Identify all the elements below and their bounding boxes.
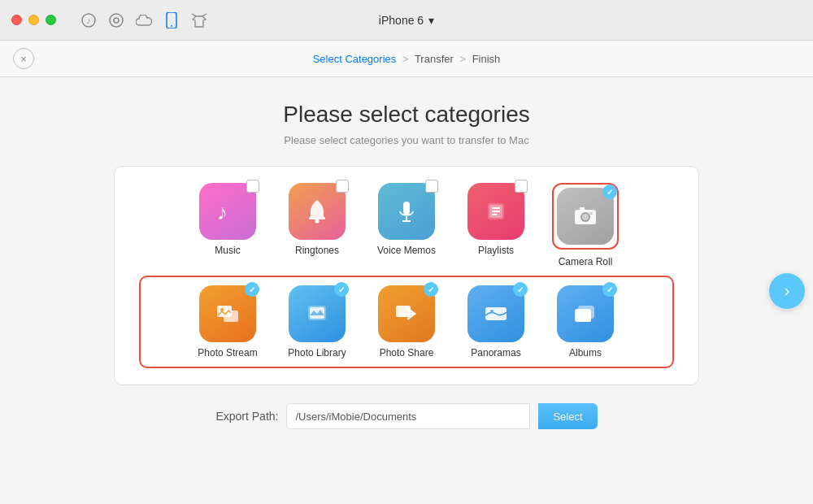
playlists-icon-wrapper <box>467 183 524 240</box>
photostream-label: Photo Stream <box>198 347 257 358</box>
music-label: Music <box>215 245 240 256</box>
main-content: Please select categories Please select c… <box>0 77 813 504</box>
category-playlists[interactable]: Playlists <box>455 183 537 267</box>
cameraroll-check: ✓ <box>602 185 617 199</box>
photolibrary-check: ✓ <box>334 282 349 297</box>
svg-rect-31 <box>576 311 591 322</box>
photolibrary-label: Photo Library <box>288 347 346 358</box>
ringtones-icon-wrapper <box>289 183 346 240</box>
svg-point-18 <box>582 214 589 220</box>
svg-point-3 <box>114 18 119 23</box>
title-center: iPhone 6 ▾ <box>379 14 434 27</box>
photoshare-icon-wrapper: ✓ <box>378 285 435 342</box>
maximize-traffic-light[interactable] <box>46 15 56 25</box>
cameraroll-label: Camera Roll <box>559 256 613 267</box>
music-icon-wrapper: ♪ <box>199 183 256 240</box>
title-bar: ♪ iPhone 6 ▾ <box>0 0 813 41</box>
svg-rect-8 <box>403 202 410 215</box>
svg-rect-20 <box>589 212 593 215</box>
category-photolibrary[interactable]: ✓ Photo Library <box>276 285 358 358</box>
category-row-1: ♪ Music Ringtones <box>139 183 674 267</box>
voicememos-checkbox <box>425 180 438 193</box>
breadcrumb-step1: Select Categories <box>313 53 397 65</box>
music-checkbox <box>246 180 259 193</box>
category-cameraroll[interactable]: ✓ Camera Roll <box>545 183 626 267</box>
albums-label: Albums <box>569 347 602 358</box>
close-button[interactable]: × <box>13 48 34 69</box>
category-ringtones[interactable]: Ringtones <box>276 183 358 267</box>
svg-text:♪: ♪ <box>87 16 91 25</box>
category-voicememos[interactable]: Voice Memos <box>366 183 447 267</box>
cloud-nav-icon[interactable] <box>136 12 152 28</box>
dropdown-arrow[interactable]: ▾ <box>428 14 434 27</box>
export-section: Export Path: Select <box>33 403 780 429</box>
page-subtitle: Please select categories you want to tra… <box>33 134 780 146</box>
svg-point-2 <box>110 14 123 27</box>
svg-point-28 <box>490 310 493 313</box>
next-icon: › <box>785 281 790 300</box>
shirt-nav-icon[interactable] <box>191 12 207 28</box>
cameraroll-icon-wrapper: ✓ <box>557 188 614 245</box>
panoramas-check: ✓ <box>513 282 528 297</box>
photostream-check: ✓ <box>245 282 259 297</box>
photoshare-label: Photo Share <box>380 347 434 358</box>
close-traffic-light[interactable] <box>11 15 22 25</box>
cameraroll-selected-wrapper: ✓ <box>552 183 619 250</box>
categories-container: ♪ Music Ringtones <box>114 166 699 385</box>
category-albums[interactable]: ✓ Albums <box>545 285 626 358</box>
svg-rect-26 <box>396 306 411 317</box>
playlists-checkbox <box>515 180 528 193</box>
albums-check: ✓ <box>602 282 617 297</box>
playlists-label: Playlists <box>478 245 514 256</box>
svg-text:♪: ♪ <box>217 200 228 224</box>
svg-point-7 <box>315 219 320 224</box>
breadcrumb-sep2: > <box>459 53 466 65</box>
device-nav-icon[interactable] <box>163 12 180 28</box>
ringtones-label: Ringtones <box>295 245 339 256</box>
albums-icon-wrapper: ✓ <box>557 285 614 342</box>
next-button[interactable]: › <box>769 273 805 309</box>
breadcrumb-sep1: > <box>402 53 409 65</box>
photostream-icon-wrapper: ✓ <box>199 285 256 342</box>
minimize-traffic-light[interactable] <box>28 15 39 25</box>
breadcrumb: Select Categories > Transfer > Finish <box>313 53 501 65</box>
export-label: Export Path: <box>215 410 278 423</box>
category-row-2: ✓ Photo Stream ✓ <box>152 285 661 358</box>
panoramas-icon-wrapper: ✓ <box>467 285 524 342</box>
selected-row-wrapper: ✓ Photo Stream ✓ <box>139 276 674 368</box>
traffic-lights <box>0 15 56 25</box>
radio-nav-icon[interactable] <box>108 12 124 28</box>
music-nav-icon[interactable]: ♪ <box>80 12 97 28</box>
category-music[interactable]: ♪ Music <box>187 183 268 267</box>
voicememos-icon-wrapper <box>378 183 435 240</box>
category-photoshare[interactable]: ✓ Photo Share <box>366 285 447 358</box>
category-panoramas[interactable]: ✓ Panoramas <box>455 285 537 358</box>
export-path-input[interactable] <box>286 403 530 429</box>
svg-rect-19 <box>580 207 585 211</box>
breadcrumb-bar: × Select Categories > Transfer > Finish <box>0 41 813 77</box>
page-title: Please select categories <box>33 102 780 128</box>
category-photostream[interactable]: ✓ Photo Stream <box>187 285 268 358</box>
ringtones-checkbox <box>336 180 349 193</box>
photolibrary-icon-wrapper: ✓ <box>289 285 346 342</box>
panoramas-label: Panoramas <box>471 347 520 358</box>
voicememos-label: Voice Memos <box>377 245 436 256</box>
breadcrumb-step3: Finish <box>472 53 501 65</box>
select-button[interactable]: Select <box>538 403 597 429</box>
photoshare-check: ✓ <box>424 282 438 297</box>
breadcrumb-step2: Transfer <box>415 53 454 65</box>
device-title: iPhone 6 <box>379 14 424 27</box>
titlebar-icons: ♪ <box>56 12 207 28</box>
